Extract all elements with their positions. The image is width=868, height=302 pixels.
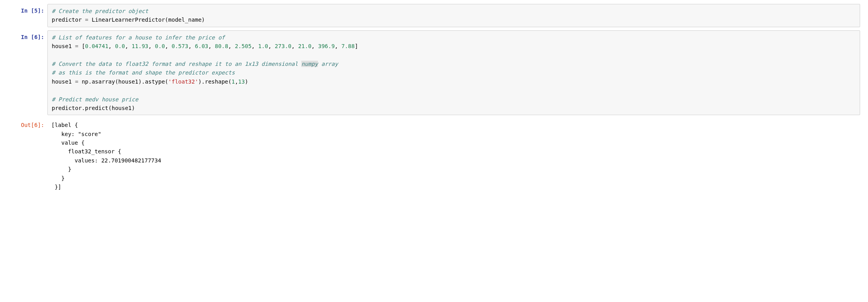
output-text: [label { key: "score" value { float32_te…	[47, 118, 860, 194]
in-prompt: In [5]:	[8, 4, 47, 17]
output-cell: Out[6]:[label { key: "score" value { flo…	[8, 118, 860, 194]
code-cell: In [5]:# Create the predictor object pre…	[8, 4, 860, 27]
out-prompt: Out[6]:	[8, 118, 47, 132]
in-prompt: In [6]:	[8, 30, 47, 44]
notebook-container: In [5]:# Create the predictor object pre…	[8, 4, 860, 194]
code-input[interactable]: # List of features for a house to infer …	[47, 30, 860, 116]
code-cell: In [6]:# List of features for a house to…	[8, 30, 860, 116]
code-input[interactable]: # Create the predictor object predictor …	[47, 4, 860, 27]
